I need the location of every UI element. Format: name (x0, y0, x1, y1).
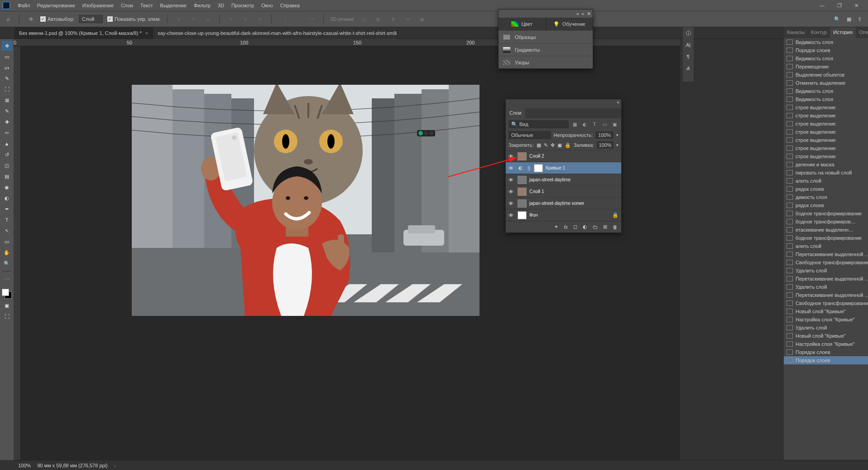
path-tool[interactable]: ↖ (1, 226, 12, 236)
layer-mask-icon[interactable]: ◻ (573, 224, 577, 230)
paths-tab[interactable]: Контур (808, 27, 830, 38)
history-item[interactable]: Свободное трансформирование (784, 299, 868, 307)
layer-name[interactable]: japan-street-daytime (529, 177, 571, 182)
lock-artboard-icon[interactable]: ▣ (557, 142, 562, 148)
collapse-icon[interactable]: « (576, 11, 579, 16)
menu-view[interactable]: Просмотр (228, 1, 257, 10)
properties-icon[interactable]: ⓘ (683, 27, 694, 39)
layer-mask-thumb[interactable] (534, 164, 543, 172)
frame-tool[interactable]: ⊠ (1, 95, 12, 105)
screen-mode-icon[interactable]: ⛶ (1, 311, 12, 321)
menu-help[interactable]: Справка (277, 1, 303, 10)
menu-image[interactable]: Изображение (79, 1, 117, 10)
chevron-right-icon[interactable]: › (114, 463, 116, 468)
3d-pan-icon[interactable]: ✥ (388, 14, 398, 24)
history-item[interactable]: бодное трансформиров… (784, 218, 868, 226)
menu-select[interactable]: Выделение (157, 1, 190, 10)
history-item[interactable]: Порядок слоев (784, 46, 868, 54)
stamp-tool[interactable]: ▲ (1, 139, 12, 149)
3d-zoom-icon[interactable]: ▣ (417, 14, 427, 24)
layer-name[interactable]: Фон (529, 213, 538, 218)
group-icon[interactable]: 🗀 (593, 224, 598, 230)
align-left-icon[interactable]: ≡ (174, 14, 184, 24)
visibility-icon[interactable]: 👁 (508, 213, 515, 218)
history-item[interactable]: Свободное трансформирование (784, 258, 868, 266)
history-item[interactable]: Перетаскивание выделенной … (784, 250, 868, 258)
brush-tool[interactable]: ✏ (1, 128, 12, 138)
align-bottom-icon[interactable]: ≡ (255, 14, 265, 24)
menu-window[interactable]: Окно (258, 1, 276, 10)
maximize-icon[interactable]: ❐ (834, 1, 845, 10)
visibility-icon[interactable]: 👁 (508, 189, 515, 194)
color-swatches[interactable] (1, 288, 13, 300)
lock-move-icon[interactable]: ✥ (551, 142, 555, 148)
crop-tool[interactable]: ⛶ (1, 84, 12, 94)
adjustment-layer-icon[interactable]: ◐ (583, 224, 587, 230)
collapse-icon[interactable]: « (617, 99, 619, 108)
blur-tool[interactable]: ◉ (1, 182, 12, 192)
layer-row[interactable]: 👁Фон🔒 (506, 209, 621, 221)
eyedropper-tool[interactable]: ✎ (1, 106, 12, 116)
document-tab[interactable]: Без имени-1.psd @ 100% (Кривые 1, Слой-м… (14, 27, 153, 39)
share-icon[interactable]: ⇪ (858, 16, 862, 22)
history-list[interactable]: Видимость слояПорядок слоевВидимость сло… (784, 38, 868, 470)
layers-tab[interactable]: Слои (506, 108, 525, 118)
link-layers-icon[interactable]: ⚭ (554, 224, 558, 230)
color-tab[interactable]: Цвет (499, 18, 546, 30)
move-tool-icon[interactable]: ✥ (26, 14, 36, 24)
tab-close-icon[interactable]: × (145, 30, 148, 36)
layer-row[interactable]: 👁Слой 1 (506, 185, 621, 197)
minimize-icon[interactable]: — (816, 1, 828, 10)
layer-name[interactable]: Кривые 1 (546, 165, 565, 170)
3d-slide-icon[interactable]: ⇔ (403, 14, 412, 24)
layers-panel[interactable]: « Слои 🔍Вид ▦ ◐ T ▭ ▣ Обычные Непрозрачн… (505, 99, 622, 233)
shape-tool[interactable]: ▭ (1, 237, 12, 247)
channels-tab[interactable]: Каналы (784, 27, 808, 38)
history-tab[interactable]: История (830, 27, 856, 38)
actions-tab[interactable]: Операц (856, 27, 868, 38)
autoselect-checkbox[interactable]: ✓Автовыбор: (40, 16, 74, 22)
layer-thumb[interactable] (518, 199, 527, 208)
lasso-tool[interactable]: ᔕ (1, 63, 12, 73)
panel-close-icon[interactable]: ✕ (587, 11, 591, 17)
search-icon[interactable]: 🔍 (834, 16, 840, 22)
filter-shape-icon[interactable]: ▭ (600, 120, 609, 128)
type-tool[interactable]: T (1, 215, 12, 225)
visibility-icon[interactable]: 👁 (508, 201, 515, 206)
layer-row[interactable]: 👁◐§Кривые 1 (506, 162, 621, 174)
history-item[interactable]: Настройка слоя "Кривые" (784, 340, 868, 348)
history-item[interactable]: Видимость слоя (784, 38, 868, 46)
layer-filter-dropdown[interactable]: 🔍Вид (508, 120, 569, 128)
history-item[interactable]: Удалить слой (784, 266, 868, 275)
history-item[interactable]: пировать на новый слой (784, 169, 868, 177)
hand-tool[interactable]: ✋ (1, 247, 12, 257)
layer-thumb[interactable] (518, 188, 527, 196)
filter-pixel-icon[interactable]: ▦ (571, 120, 579, 128)
history-brush-tool[interactable]: ↺ (1, 150, 12, 160)
layer-thumb[interactable] (518, 211, 527, 219)
layer-name[interactable]: Слой 2 (529, 154, 544, 159)
history-item[interactable]: Удалить слой (784, 283, 868, 291)
more-align-icon[interactable]: ⋯ (307, 14, 317, 24)
visibility-icon[interactable]: 👁 (508, 177, 515, 183)
workspace-icon[interactable]: ▦ (847, 16, 851, 22)
layer-name[interactable]: japan-street-daytime копия (529, 201, 584, 206)
layer-row[interactable]: 👁japan-street-daytime (506, 174, 621, 185)
zoom-level[interactable]: 100% (18, 463, 31, 468)
history-item[interactable]: алить слой (784, 242, 868, 250)
history-item[interactable]: Новый слой "Кривые" (784, 332, 868, 340)
menu-3d[interactable]: 3D (215, 1, 227, 10)
glyphs-icon[interactable]: A (683, 63, 694, 74)
history-item[interactable]: строе выделение (784, 111, 868, 120)
move-tool[interactable]: ✥ (1, 41, 12, 51)
menu-text[interactable]: Текст (137, 1, 156, 10)
opacity-input[interactable]: 100% (595, 131, 614, 139)
history-item[interactable]: Порядок слоев (784, 348, 868, 356)
marquee-tool[interactable]: ▭ (1, 52, 12, 62)
history-item[interactable]: Видимость слоя (784, 95, 868, 103)
history-item[interactable]: Перемещение (784, 63, 868, 71)
quick-select-tool[interactable]: ✎ (1, 73, 12, 83)
zoom-tool[interactable]: 🔍 (1, 258, 12, 268)
history-item[interactable]: Настройка слоя "Кривые" (784, 315, 868, 324)
align-top-icon[interactable]: ≡ (226, 14, 236, 24)
